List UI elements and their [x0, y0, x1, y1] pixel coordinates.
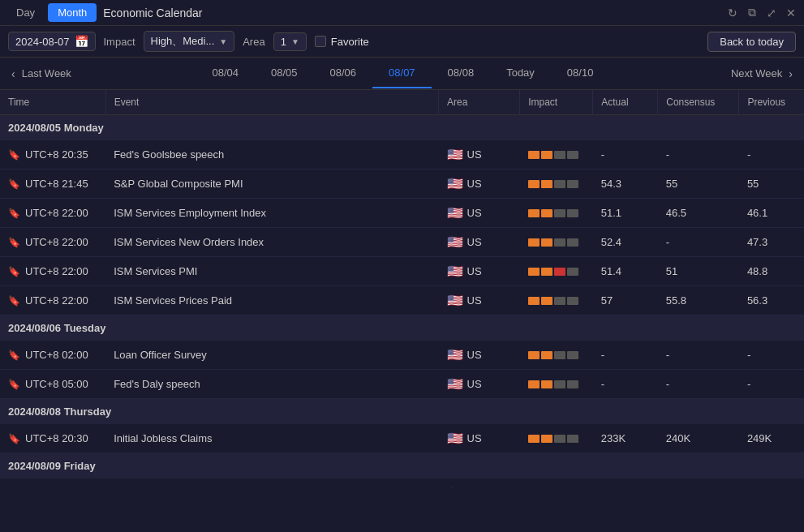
day-tabs: 08/04 08/05 08/06 08/07 08/08 Today 08/1… [75, 58, 731, 88]
cell-time: 🔖 UTC+8 22:00 [0, 286, 105, 315]
table-header: Time Event Area Impact Actual Consensus … [0, 90, 804, 115]
favorite-checkbox-label[interactable]: Favorite [315, 36, 369, 48]
tab-0808[interactable]: 08/08 [432, 58, 491, 88]
tab-0804[interactable]: 08/04 [196, 58, 255, 88]
last-week-label[interactable]: Last Week [19, 67, 75, 79]
cell-event: Fed's Schmid speech [105, 478, 438, 487]
table-row[interactable]: 🔖 UTC+8 05:00 Fed's Daly speech 🇺🇸 US - … [0, 370, 804, 399]
toolbar: 2024-08-07 📅 Impact High、Medi... ▼ Area … [0, 26, 804, 58]
area-value: US [467, 148, 482, 161]
time-value: UTC+8 05:00 [25, 378, 88, 390]
cell-impact [520, 424, 593, 453]
cell-area: 🇺🇸 US [439, 140, 520, 169]
bookmark-icon[interactable]: 🔖 [8, 266, 20, 277]
tab-bar: Day Month Economic Calendar ↻ ⧉ ⤢ ✕ [0, 0, 804, 26]
bookmark-icon[interactable]: 🔖 [8, 350, 20, 361]
table-row[interactable]: 🔖 UTC+8 02:00 Loan Officer Survey 🇺🇸 US … [0, 341, 804, 370]
cell-time: 🔖 UTC+8 20:35 [0, 140, 105, 169]
area-value: US [467, 178, 482, 190]
tab-month[interactable]: Month [48, 3, 97, 22]
table-row[interactable]: 🔖 UTC+8 22:00 ISM Services New Orders In… [0, 228, 804, 257]
date-label: 2024/08/06 Tuesday [0, 315, 804, 341]
cell-previous: 46.1 [739, 199, 804, 228]
th-time: Time [0, 90, 105, 115]
tab-0805[interactable]: 08/05 [255, 58, 314, 88]
table-row[interactable]: 🔖 UTC+8 22:00 ISM Services Employment In… [0, 199, 804, 228]
bookmark-icon[interactable]: 🔖 [8, 433, 20, 444]
cell-consensus: - [658, 140, 739, 169]
flag-icon: 🇺🇸 [447, 485, 463, 487]
cell-actual: 233K [593, 424, 658, 453]
time-value: UTC+8 02:00 [25, 349, 88, 361]
flag-icon: 🇺🇸 [447, 205, 463, 221]
tab-0810[interactable]: 08/10 [551, 58, 610, 88]
bookmark-icon[interactable]: 🔖 [8, 295, 20, 307]
impact-dropdown-arrow: ▼ [219, 37, 227, 46]
tab-0807[interactable]: 08/07 [372, 58, 432, 88]
impact-dropdown[interactable]: High、Medi... ▼ [144, 31, 235, 52]
bookmark-icon[interactable]: 🔖 [8, 178, 20, 190]
bookmark-icon[interactable]: 🔖 [8, 208, 20, 219]
flag-icon: 🇺🇸 [447, 347, 463, 363]
flag-icon: 🇺🇸 [447, 234, 463, 250]
table-row[interactable]: 🔖 UTC+8 06:15 Fed's Schmid speech 🇺🇸 US … [0, 478, 804, 487]
cell-previous: 56.3 [739, 286, 804, 315]
th-actual: Actual [593, 90, 658, 115]
cell-previous: - [739, 341, 804, 370]
cell-previous: - [739, 478, 804, 487]
area-label: Area [243, 36, 264, 48]
window-controls: ↻ ⧉ ⤢ ✕ [726, 6, 798, 19]
back-to-today-button[interactable]: Back to today [707, 32, 796, 52]
th-area: Area [439, 90, 520, 115]
cell-impact [520, 228, 593, 257]
time-value: UTC+8 22:00 [25, 236, 88, 248]
restore-icon[interactable]: ⧉ [746, 6, 759, 19]
favorite-checkbox[interactable] [315, 36, 326, 47]
area-dropdown-arrow: ▼ [291, 37, 299, 46]
impact-label: Impact [104, 36, 135, 48]
cell-actual: 51.4 [593, 257, 658, 286]
area-dropdown[interactable]: 1 ▼ [273, 32, 307, 51]
tab-0806[interactable]: 08/06 [314, 58, 373, 88]
refresh-icon[interactable]: ↻ [726, 6, 739, 19]
flag-icon: 🇺🇸 [447, 376, 463, 392]
cell-impact [520, 257, 593, 286]
table-row[interactable]: 🔖 UTC+8 21:45 S&P Global Composite PMI 🇺… [0, 169, 804, 199]
bookmark-icon[interactable]: 🔖 [8, 487, 20, 488]
bookmark-icon[interactable]: 🔖 [8, 149, 20, 161]
th-impact: Impact [520, 90, 593, 115]
cell-previous: 47.3 [739, 228, 804, 257]
table-row[interactable]: 🔖 UTC+8 22:00 ISM Services PMI 🇺🇸 US 51.… [0, 257, 804, 286]
calendar-table-wrapper: Time Event Area Impact Actual Consensus … [0, 90, 804, 487]
prev-week-arrow[interactable]: ‹ [8, 64, 19, 84]
date-picker[interactable]: 2024-08-07 📅 [8, 32, 96, 51]
table-row[interactable]: 🔖 UTC+8 20:30 Initial Jobless Claims 🇺🇸 … [0, 424, 804, 453]
bookmark-icon[interactable]: 🔖 [8, 379, 20, 390]
cell-area: 🇺🇸 US [439, 257, 520, 286]
cell-consensus: 46.5 [658, 199, 739, 228]
app-title: Economic Calendar [103, 6, 202, 19]
date-label: 2024/08/09 Friday [0, 453, 804, 479]
cell-event: Initial Jobless Claims [105, 424, 438, 453]
expand-icon[interactable]: ⤢ [765, 6, 778, 19]
area-value: US [467, 294, 482, 307]
tab-today[interactable]: Today [490, 58, 551, 88]
next-week-nav[interactable]: Next Week › [731, 64, 796, 84]
week-navigation: ‹ Last Week 08/04 08/05 08/06 08/07 08/0… [0, 58, 804, 90]
th-consensus: Consensus [658, 90, 739, 115]
tab-day[interactable]: Day [6, 3, 45, 22]
table-row[interactable]: 🔖 UTC+8 20:35 Fed's Goolsbee speech 🇺🇸 U… [0, 140, 804, 169]
close-icon[interactable]: ✕ [785, 6, 798, 19]
cell-actual: 54.3 [593, 169, 658, 199]
date-section-row: 2024/08/09 Friday [0, 453, 804, 479]
cell-previous: 249K [739, 424, 804, 453]
table-row[interactable]: 🔖 UTC+8 22:00 ISM Services Prices Paid 🇺… [0, 286, 804, 315]
calendar-table: Time Event Area Impact Actual Consensus … [0, 90, 804, 487]
cell-consensus: 240K [658, 424, 739, 453]
bookmark-icon[interactable]: 🔖 [8, 237, 20, 248]
cell-area: 🇺🇸 US [439, 286, 520, 315]
next-week-arrow[interactable]: › [785, 64, 796, 84]
date-label: 2024/08/05 Monday [0, 115, 804, 141]
cell-previous: - [739, 140, 804, 169]
time-value: UTC+8 20:35 [25, 148, 88, 161]
